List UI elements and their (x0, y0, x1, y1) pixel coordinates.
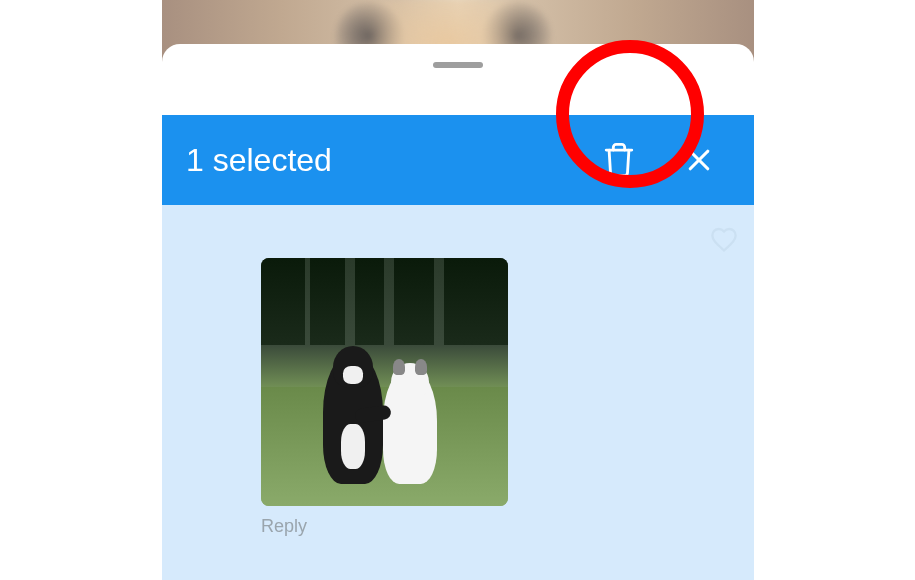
image-bg-element (355, 258, 385, 345)
selected-message[interactable]: Reply (261, 258, 508, 537)
selection-toolbar: 1 selected (162, 115, 754, 205)
trash-icon (602, 141, 636, 179)
heart-icon[interactable] (710, 227, 738, 257)
image-bg-element (261, 258, 305, 345)
image-subject (383, 369, 437, 484)
heart-outline-icon (710, 227, 738, 253)
delete-button[interactable] (594, 133, 644, 187)
close-icon (684, 145, 714, 175)
reply-link[interactable]: Reply (261, 516, 508, 537)
selection-count-label: 1 selected (186, 142, 594, 179)
image-bg-element (444, 258, 508, 345)
chat-message-area: Reply (162, 205, 754, 580)
image-bg-element (394, 258, 434, 345)
bottom-sheet: 1 selected (162, 44, 754, 580)
message-attachment-image[interactable] (261, 258, 508, 506)
close-button[interactable] (676, 137, 722, 183)
image-bg-element (310, 258, 345, 345)
sheet-drag-handle[interactable] (433, 62, 483, 68)
